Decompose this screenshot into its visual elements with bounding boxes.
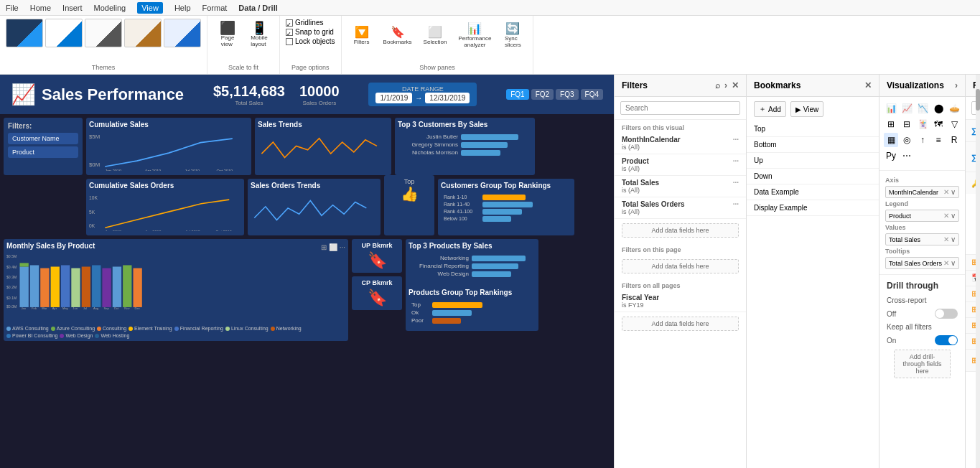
- q1-pill[interactable]: FQ1: [506, 89, 528, 100]
- mobile-layout-btn[interactable]: 📱 Mobilelayout: [245, 19, 274, 50]
- values-clear-icon[interactable]: ✕: [943, 235, 949, 243]
- bookmark-add-btn[interactable]: ＋ Add: [754, 101, 786, 117]
- theme-3[interactable]: [85, 19, 122, 47]
- filter-monthincalendar[interactable]: MonthInCalendar··· is (All): [615, 133, 746, 154]
- add-page-fields-btn[interactable]: Add data fields here: [622, 259, 739, 273]
- date-start[interactable]: 1/1/2019: [375, 93, 412, 103]
- monthly-expand-icon[interactable]: ⬜: [329, 243, 337, 251]
- bookmark-view-btn[interactable]: ▶ View: [790, 101, 824, 117]
- tooltips-clear-icon[interactable]: ✕: [943, 259, 949, 267]
- viz-icon-card[interactable]: 🃏: [915, 117, 930, 131]
- tooltips-chevron-icon[interactable]: ∨: [951, 259, 956, 267]
- viz-icon-more[interactable]: ⋯: [900, 149, 914, 163]
- cumulative-sales-chart[interactable]: Cumulative Sales $5M $0M Jan 2019 Apr 20…: [86, 118, 251, 175]
- performance-btn[interactable]: 📊 Performanceanalyzer: [454, 19, 496, 51]
- filter-fiscalyear[interactable]: Fiscal Year is FY19: [615, 291, 746, 312]
- viz-icon-pie[interactable]: 🥧: [947, 101, 961, 116]
- add-visual-fields-btn[interactable]: Add data fields here: [622, 223, 739, 238]
- sales-orders-trends-chart[interactable]: Sales Orders Trends: [248, 179, 381, 236]
- monthly-sales-chart[interactable]: Monthly Sales By Product ⊞ ⬜ ··· $0.5M $…: [4, 239, 348, 341]
- sync-slicers-btn[interactable]: 🔄 Syncslicers: [498, 19, 527, 51]
- viz-icon-table[interactable]: ⊞: [884, 117, 898, 131]
- viz-expand-icon[interactable]: ›: [955, 80, 958, 90]
- filters-search-input[interactable]: [620, 101, 740, 115]
- viz-icon-kpi[interactable]: ↑: [915, 133, 930, 147]
- filter-chip-product[interactable]: Product: [8, 146, 78, 158]
- viz-icon-funnel[interactable]: ▽: [947, 117, 961, 131]
- add-drillthrough-fields-btn[interactable]: Add drill-through fields here: [894, 350, 951, 378]
- menu-format[interactable]: Format: [202, 4, 228, 12]
- menu-modeling[interactable]: Modeling: [94, 4, 126, 12]
- top3-products-chart[interactable]: Top 3 Products By Sales Networking Finan…: [406, 239, 538, 331]
- tooltips-dropdown[interactable]: Total Sales Orders ✕ ∨: [885, 257, 959, 269]
- viz-icon-slicer[interactable]: ≡: [931, 133, 946, 147]
- filters-search-icon[interactable]: ⌕: [715, 80, 720, 90]
- menu-data-drill[interactable]: Data / Drill: [238, 4, 277, 12]
- filters-close-icon[interactable]: ✕: [732, 80, 739, 90]
- axis-dropdown[interactable]: MonthInCalendar ✕ ∨: [885, 186, 959, 198]
- legend-clear-icon[interactable]: ✕: [943, 212, 949, 220]
- up-bkmrk-box[interactable]: UP Bkmrk 🔖: [352, 239, 402, 273]
- theme-2[interactable]: [45, 19, 83, 47]
- snap-row[interactable]: Snap to grid: [286, 28, 335, 36]
- page-view-btn[interactable]: ⬛ Pageview: [213, 19, 242, 50]
- viz-icon-gauge[interactable]: ◎: [900, 133, 914, 147]
- menu-file[interactable]: File: [6, 4, 19, 12]
- filter-chip-customer[interactable]: Customer Name: [8, 133, 78, 144]
- viz-icon-bar-selected[interactable]: ▦: [884, 133, 898, 147]
- viz-icon-matrix[interactable]: ⊟: [900, 117, 914, 131]
- menu-help[interactable]: Help: [174, 4, 191, 12]
- values-dropdown[interactable]: Total Sales ✕ ∨: [885, 233, 959, 245]
- scroll-thumb[interactable]: [976, 89, 980, 111]
- theme-4[interactable]: [124, 19, 162, 47]
- sales-trends-chart[interactable]: Sales Trends: [255, 118, 391, 175]
- theme-1[interactable]: [6, 19, 43, 47]
- theme-5[interactable]: [164, 19, 201, 47]
- filter-product[interactable]: Product··· is (All): [615, 154, 746, 176]
- gridlines-row[interactable]: Gridlines: [286, 19, 335, 27]
- legend-dropdown[interactable]: Product ✕ ∨: [885, 210, 959, 222]
- cumulative-orders-chart[interactable]: Cumulative Sales Orders 10K 5K 0K Jan 20…: [86, 179, 244, 236]
- gridlines-cb[interactable]: [286, 19, 293, 27]
- bookmark-item-data-example[interactable]: Data Example: [747, 184, 879, 200]
- menu-view[interactable]: View: [137, 2, 163, 14]
- filters-pane-btn[interactable]: 🔽 Filters: [347, 22, 376, 48]
- bookmarks-expand-icon[interactable]: ✕: [864, 80, 872, 90]
- viz-icon-scatter[interactable]: ⬤: [931, 101, 946, 116]
- filters-expand-icon[interactable]: ›: [724, 80, 727, 90]
- scroll-bar[interactable]: [976, 75, 980, 468]
- axis-clear-icon[interactable]: ✕: [943, 188, 949, 196]
- bookmark-item-bottom[interactable]: Bottom: [747, 137, 879, 153]
- legend-chevron-icon[interactable]: ∨: [951, 212, 956, 220]
- bookmark-item-display-example[interactable]: Display Example: [747, 200, 879, 216]
- q4-pill[interactable]: FQ4: [581, 89, 603, 100]
- selection-pane-btn[interactable]: ⬜ Selection: [419, 22, 452, 48]
- viz-icon-line[interactable]: 📈: [900, 101, 914, 116]
- viz-icon-py[interactable]: Py: [884, 149, 898, 163]
- top3-customers-chart[interactable]: Top 3 Customers By Sales Justin Butler G…: [395, 118, 535, 175]
- q2-pill[interactable]: FQ2: [531, 89, 554, 100]
- keep-filters-toggle[interactable]: [935, 335, 958, 345]
- cp-bkmrk-box[interactable]: CP Bkmrk 🔖: [352, 276, 402, 310]
- viz-icon-stacked-bar[interactable]: 📊: [884, 101, 898, 116]
- customers-group-chart[interactable]: Customers Group Top Rankings Rank 1-10 R…: [438, 179, 574, 236]
- bookmarks-pane-btn[interactable]: 🔖 Bookmarks: [379, 22, 416, 48]
- filter-totalsales[interactable]: Total Sales··· is (All): [615, 176, 746, 197]
- viz-icon-map[interactable]: 🗺: [931, 117, 946, 131]
- axis-chevron-icon[interactable]: ∨: [951, 188, 956, 196]
- menu-home[interactable]: Home: [30, 4, 51, 12]
- values-chevron-icon[interactable]: ∨: [951, 235, 956, 243]
- snap-cb[interactable]: [286, 29, 293, 36]
- lock-cb[interactable]: [286, 38, 293, 45]
- bookmark-item-down[interactable]: Down: [747, 169, 879, 184]
- bookmark-item-top[interactable]: Top: [747, 121, 879, 137]
- add-all-fields-btn[interactable]: Add data fields here: [622, 317, 739, 331]
- monthly-filter-icon[interactable]: ⊞: [321, 243, 327, 251]
- bookmark-item-up[interactable]: Up: [747, 153, 879, 169]
- cross-report-toggle[interactable]: [935, 309, 958, 319]
- q3-pill[interactable]: FQ3: [556, 89, 578, 100]
- viz-icon-r[interactable]: R: [947, 133, 961, 147]
- filter-totalsalesorders[interactable]: Total Sales Orders··· is (All): [615, 197, 746, 219]
- date-end[interactable]: 12/31/2019: [425, 93, 470, 103]
- monthly-more-icon[interactable]: ···: [340, 243, 345, 251]
